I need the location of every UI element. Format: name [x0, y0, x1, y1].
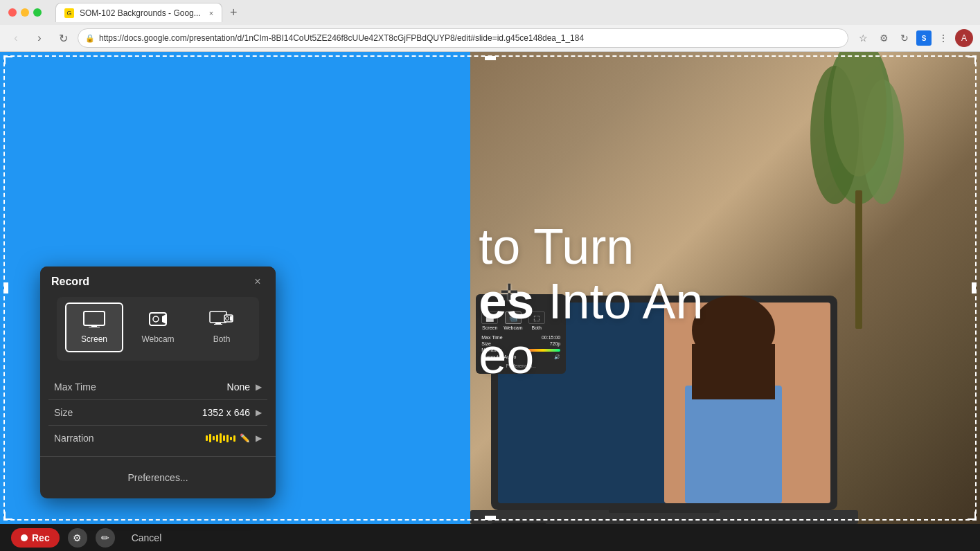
traffic-lights: [8, 8, 42, 17]
mode-selector: Screen Webcam: [57, 297, 259, 361]
tab-title: SOM-102 Backgrounds - Goog...: [80, 8, 201, 18]
rec-button-dot: [21, 534, 28, 541]
corner-handle-bl[interactable]: [4, 512, 12, 520]
tab-close-icon[interactable]: ×: [209, 9, 213, 17]
lock-icon: 🔒: [85, 34, 95, 43]
narration-value: ✏️ ▶: [206, 433, 262, 443]
narration-bar-2: [209, 434, 211, 442]
mode-both[interactable]: Both: [193, 302, 251, 352]
maxtime-label: Max Time: [54, 381, 96, 392]
tab-favicon: G: [64, 8, 74, 18]
svg-rect-22: [214, 324, 222, 325]
svg-marker-18: [162, 314, 166, 324]
narration-bar-9: [233, 435, 235, 442]
record-panel-title: Record: [51, 276, 89, 288]
browser-chrome: G SOM-102 Backgrounds - Goog... × + ‹ › …: [0, 0, 980, 52]
sync-icon[interactable]: ↻: [896, 29, 914, 47]
maxtime-val-text: None: [227, 381, 250, 392]
minimize-button[interactable]: [21, 8, 29, 17]
settings-gear-button[interactable]: ⚙: [68, 528, 87, 548]
address-text: https://docs.google.com/presentation/d/1…: [99, 33, 841, 43]
slide-text-rest: Into An: [534, 273, 703, 329]
maxtime-value: None ▶: [227, 381, 262, 392]
narration-bar-4: [216, 435, 218, 442]
svg-rect-14: [84, 311, 105, 325]
svg-rect-11: [692, 344, 775, 399]
browser-toolbar: ‹ › ↻ 🔒 https://docs.google.com/presenta…: [0, 25, 980, 51]
tab-bar: G SOM-102 Backgrounds - Goog... × +: [55, 3, 972, 22]
size-label: Size: [54, 407, 73, 418]
mode-webcam[interactable]: Webcam: [129, 302, 187, 352]
preferences-section: Preferences...: [40, 456, 276, 498]
svg-rect-16: [89, 327, 100, 327]
narration-arrow-icon: ▶: [256, 433, 262, 443]
svg-marker-24: [230, 316, 233, 321]
svg-rect-9: [685, 386, 782, 503]
bookmark-icon[interactable]: ☆: [854, 29, 872, 47]
narration-bar-5: [220, 433, 222, 443]
record-panel-header: Record ×: [40, 267, 276, 297]
record-panel: Record × Screen: [40, 267, 276, 498]
slide-text-line2: es Into An: [479, 274, 703, 329]
mode-screen-label: Screen: [81, 334, 107, 344]
narration-label: Narration: [54, 433, 94, 444]
titlebar: G SOM-102 Backgrounds - Goog... × +: [0, 0, 980, 25]
edit-button[interactable]: ✏: [96, 528, 115, 548]
narration-bar-6: [223, 435, 225, 441]
maxtime-arrow-icon: ▶: [256, 382, 262, 392]
active-tab[interactable]: G SOM-102 Backgrounds - Goog... ×: [55, 3, 222, 22]
narration-bar-8: [230, 437, 232, 440]
size-arrow-icon: ▶: [256, 408, 262, 417]
narration-bar-7: [226, 435, 229, 442]
slide-text-line1: to Turn: [479, 219, 703, 274]
size-value: 1352 x 646 ▶: [202, 407, 262, 418]
narration-bar-1: [206, 435, 208, 441]
narration-bars: [206, 433, 235, 443]
size-row[interactable]: Size 1352 x 646 ▶: [48, 400, 267, 426]
mode-selector-wrapper: Screen Webcam: [40, 297, 276, 369]
corner-handle-tl[interactable]: [4, 56, 12, 64]
screen-mode-icon: [83, 311, 105, 332]
svg-point-19: [153, 316, 159, 322]
settings-section: Max Time None ▶ Size 1352 x 646 ▶ Narrat…: [40, 369, 276, 456]
svg-rect-21: [215, 323, 221, 324]
close-button[interactable]: [8, 8, 17, 17]
s-extension-icon[interactable]: S: [916, 30, 932, 46]
narration-row[interactable]: Narration: [48, 426, 267, 451]
new-tab-button[interactable]: +: [225, 4, 242, 21]
svg-rect-13: [609, 507, 720, 513]
refresh-button[interactable]: ↻: [54, 29, 72, 47]
mode-screen[interactable]: Screen: [65, 302, 123, 352]
toolbar-icons: ☆ ⚙ ↻ S ⋮ A: [854, 29, 973, 47]
record-close-button[interactable]: ×: [251, 275, 265, 289]
narration-bar: ✏️: [206, 433, 250, 443]
back-button[interactable]: ‹: [7, 29, 25, 47]
main-area: to Turn es Into An eo ✛: [0, 52, 980, 551]
webcam-mode-icon: [147, 311, 169, 332]
both-mode-icon: [209, 311, 234, 332]
edge-handle-left[interactable]: [4, 282, 8, 293]
plant: [807, 52, 911, 329]
narration-bar-3: [213, 436, 215, 440]
profile-avatar[interactable]: A: [955, 29, 973, 47]
cancel-button[interactable]: Cancel: [123, 528, 170, 548]
mode-both-label: Both: [213, 334, 231, 344]
slide-text: to Turn es Into An eo: [479, 219, 703, 384]
maxtime-row[interactable]: Max Time None ▶: [48, 374, 267, 400]
address-bar[interactable]: 🔒 https://docs.google.com/presentation/d…: [78, 28, 848, 48]
maximize-button[interactable]: [33, 8, 42, 17]
slide-text-line3: eo: [479, 329, 703, 384]
bottom-bar: Rec ⚙ ✏ Cancel: [0, 524, 980, 551]
mode-webcam-label: Webcam: [141, 334, 174, 344]
size-val-text: 1352 x 646: [202, 407, 250, 418]
rec-button-label: Rec: [32, 532, 50, 543]
menu-icon[interactable]: ⋮: [934, 29, 952, 47]
extension-icon[interactable]: ⚙: [875, 29, 893, 47]
mic-icon: ✏️: [240, 433, 250, 443]
forward-button[interactable]: ›: [30, 29, 48, 47]
slide-text-bold: es: [479, 273, 534, 329]
rec-button[interactable]: Rec: [11, 528, 60, 548]
preferences-button[interactable]: Preferences...: [48, 465, 267, 490]
